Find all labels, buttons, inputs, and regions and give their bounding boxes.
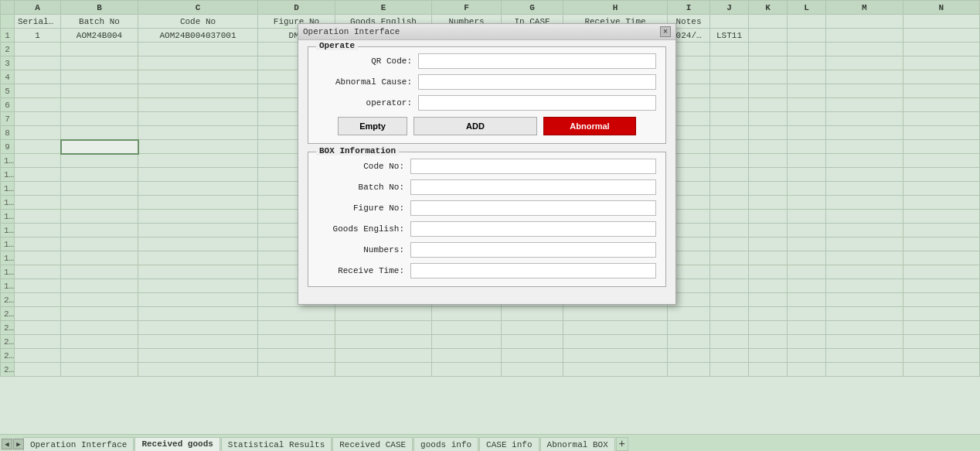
qr-code-input[interactable] <box>418 53 656 69</box>
abnormal-button[interactable]: Abnormal <box>543 117 636 135</box>
modal-titlebar: Operation Interface × <box>298 24 675 40</box>
modal-close-button[interactable]: × <box>660 26 671 37</box>
operator-input[interactable] <box>418 95 656 111</box>
box-batch-no-row: Batch No: <box>318 179 656 195</box>
box-figure-no-row: Figure No: <box>318 200 656 216</box>
box-section-label: BOX Information <box>316 146 399 155</box>
box-receive-time-label: Receive Time: <box>318 266 410 275</box>
box-numbers-row: Numbers: <box>318 242 656 258</box>
operate-button-row: Empty ADD Abnormal <box>318 117 656 135</box>
box-goods-english-input[interactable] <box>410 221 656 237</box>
box-receive-time-input[interactable] <box>410 263 656 278</box>
box-figure-no-input[interactable] <box>410 200 656 216</box>
box-figure-no-label: Figure No: <box>318 203 410 213</box>
box-goods-english-label: Goods English: <box>318 224 410 234</box>
add-button[interactable]: ADD <box>413 117 537 135</box>
operate-section: Operate QR Code: Abnormal Cause: operato… <box>308 46 666 144</box>
operator-label: operator: <box>318 98 418 108</box>
box-code-no-input[interactable] <box>410 159 656 174</box>
qr-code-label: QR Code: <box>318 56 418 66</box>
empty-button[interactable]: Empty <box>338 117 407 135</box>
qr-code-row: QR Code: <box>318 53 656 69</box>
operator-row: operator: <box>318 95 656 111</box>
box-numbers-label: Numbers: <box>318 245 410 255</box>
abnormal-cause-row: Abnormal Cause: <box>318 74 656 90</box>
box-info-section: BOX Information Code No: Batch No: Figur… <box>308 152 666 287</box>
box-code-no-row: Code No: <box>318 159 656 174</box>
modal-body: Operate QR Code: Abnormal Cause: operato… <box>298 40 675 304</box>
box-receive-time-row: Receive Time: <box>318 263 656 278</box>
abnormal-cause-label: Abnormal Cause: <box>318 77 418 87</box>
abnormal-cause-input[interactable] <box>418 74 656 90</box>
box-goods-english-row: Goods English: <box>318 221 656 237</box>
modal-title: Operation Interface <box>303 27 400 36</box>
box-code-no-label: Code No: <box>318 162 410 171</box>
operate-section-label: Operate <box>316 41 358 50</box>
box-numbers-input[interactable] <box>410 242 656 258</box>
modal-dialog: Operation Interface × Operate QR Code: A… <box>298 23 676 305</box>
box-batch-no-input[interactable] <box>410 179 656 195</box>
box-batch-no-label: Batch No: <box>318 183 410 192</box>
